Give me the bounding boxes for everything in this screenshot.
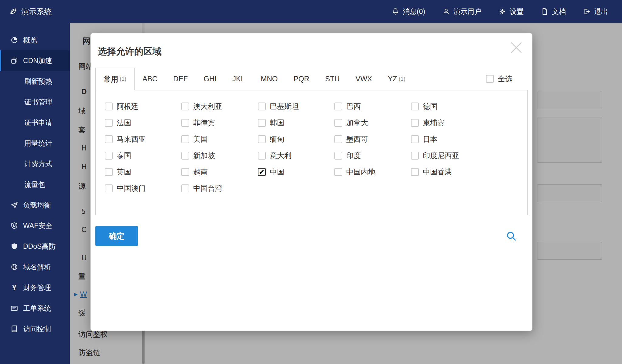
region-checkbox-item[interactable]: 马来西亚 bbox=[105, 134, 181, 144]
checkbox-unchecked[interactable] bbox=[334, 135, 342, 143]
sidebar-item-label: DDoS高防 bbox=[23, 242, 56, 251]
sidebar-item-waf[interactable]: WAF安全 bbox=[0, 215, 70, 236]
checkbox-unchecked[interactable] bbox=[334, 152, 342, 160]
region-checkbox-item[interactable]: 日本 bbox=[411, 134, 487, 144]
search-icon[interactable] bbox=[506, 231, 517, 241]
checkbox-unchecked[interactable] bbox=[105, 119, 113, 127]
region-checkbox-item[interactable]: 中国澳门 bbox=[105, 184, 181, 193]
region-checkbox-item[interactable]: 泰国 bbox=[105, 151, 181, 160]
tab-DEF[interactable]: DEF bbox=[165, 68, 196, 90]
sidebar-item-label: WAF安全 bbox=[23, 221, 52, 231]
checkbox-unchecked[interactable] bbox=[258, 103, 266, 110]
region-checkbox-item[interactable]: 越南 bbox=[181, 167, 258, 177]
region-checkbox-item[interactable]: 新加坡 bbox=[181, 151, 258, 160]
checkbox-unchecked[interactable] bbox=[334, 168, 342, 176]
checkbox-unchecked[interactable] bbox=[334, 119, 342, 127]
checkbox-unchecked[interactable] bbox=[411, 168, 419, 176]
tab-JKL[interactable]: JKL bbox=[224, 68, 253, 90]
tab-VWX[interactable]: VWX bbox=[347, 68, 380, 90]
checkbox-unchecked[interactable] bbox=[105, 152, 113, 160]
region-checkbox-item[interactable]: 印度尼西亚 bbox=[411, 151, 487, 160]
region-checkbox-item[interactable]: 美国 bbox=[181, 134, 258, 144]
logout-button[interactable]: 退出 bbox=[583, 7, 608, 16]
checkbox-unchecked[interactable] bbox=[105, 168, 113, 176]
sidebar-item-cdn[interactable]: CDN加速 bbox=[0, 50, 70, 71]
checkbox-unchecked[interactable] bbox=[181, 103, 189, 110]
region-checkbox-item[interactable]: 澳大利亚 bbox=[181, 102, 258, 111]
region-label: 英国 bbox=[117, 167, 131, 177]
checkbox-unchecked[interactable] bbox=[258, 119, 266, 127]
select-all-checkbox[interactable] bbox=[486, 75, 494, 83]
region-label: 柬埔寨 bbox=[423, 118, 445, 128]
checkbox-unchecked[interactable] bbox=[411, 135, 419, 143]
region-checkbox-item[interactable]: 中国台湾 bbox=[181, 184, 258, 193]
user-menu-button[interactable]: 演示用户 bbox=[442, 7, 481, 16]
region-checkbox-item[interactable]: 巴基斯坦 bbox=[258, 102, 334, 111]
region-checkbox-item[interactable]: 法国 bbox=[105, 118, 181, 128]
confirm-button[interactable]: 确定 bbox=[95, 226, 138, 246]
docs-button[interactable]: 文档 bbox=[541, 7, 566, 16]
region-checkbox-item[interactable]: 墨西哥 bbox=[334, 134, 411, 144]
close-icon[interactable] bbox=[509, 41, 523, 55]
checkbox-unchecked[interactable] bbox=[181, 168, 189, 176]
tab-YZ[interactable]: YZ(1) bbox=[380, 68, 413, 90]
region-checkbox-item[interactable]: 阿根廷 bbox=[105, 102, 181, 111]
tab-MNO[interactable]: MNO bbox=[253, 68, 285, 90]
region-checkbox-item[interactable]: ✔中国 bbox=[258, 167, 334, 177]
region-checkbox-item[interactable]: 德国 bbox=[411, 102, 487, 111]
sidebar-item-billing[interactable]: 计费方式 bbox=[0, 153, 70, 174]
region-label: 缅甸 bbox=[270, 134, 284, 144]
region-checkbox-item[interactable]: 中国香港 bbox=[411, 167, 487, 177]
region-checkbox-item[interactable]: 菲律宾 bbox=[181, 118, 258, 128]
checkbox-unchecked[interactable] bbox=[258, 135, 266, 143]
sidebar-item-ddos[interactable]: DDoS高防 bbox=[0, 236, 70, 257]
sidebar-item-refresh-preheat[interactable]: 刷新预热 bbox=[0, 71, 70, 92]
checkbox-unchecked[interactable] bbox=[411, 152, 419, 160]
sidebar-item-finance[interactable]: ¥ 财务管理 bbox=[0, 277, 70, 298]
region-label: 印度尼西亚 bbox=[423, 151, 459, 160]
settings-button[interactable]: 设置 bbox=[498, 7, 524, 16]
sidebar-item-loadbalance[interactable]: 负载均衡 bbox=[0, 195, 70, 215]
waf-shield-icon bbox=[10, 222, 18, 230]
checkbox-unchecked[interactable] bbox=[411, 103, 419, 110]
sidebar-item-overview[interactable]: 概览 bbox=[0, 30, 70, 50]
region-checkbox-item[interactable]: 柬埔寨 bbox=[411, 118, 487, 128]
tab-常用[interactable]: 常用(1) bbox=[95, 68, 135, 90]
sidebar-item-label: 概览 bbox=[23, 35, 37, 45]
checkbox-unchecked[interactable] bbox=[105, 103, 113, 110]
region-checkbox-item[interactable]: 韩国 bbox=[258, 118, 334, 128]
ddos-shield-icon bbox=[10, 242, 18, 250]
sidebar-item-traffic-pack[interactable]: 流量包 bbox=[0, 174, 70, 195]
region-checkbox-item[interactable]: 中国内地 bbox=[334, 167, 411, 177]
checkbox-unchecked[interactable] bbox=[411, 119, 419, 127]
sidebar-item-tickets[interactable]: 工单系统 bbox=[0, 298, 70, 318]
region-checkbox-item[interactable]: 印度 bbox=[334, 151, 411, 160]
tab-STU[interactable]: STU bbox=[317, 68, 347, 90]
tab-ABC[interactable]: ABC bbox=[135, 68, 165, 90]
sidebar-item-access-control[interactable]: 访问控制 bbox=[0, 318, 70, 339]
select-all-toggle[interactable]: 全选 bbox=[486, 68, 512, 90]
checkbox-unchecked[interactable] bbox=[105, 184, 113, 192]
checkbox-unchecked[interactable] bbox=[181, 184, 189, 192]
region-checkbox-item[interactable]: 意大利 bbox=[258, 151, 334, 160]
tab-GHI[interactable]: GHI bbox=[196, 68, 224, 90]
messages-button[interactable]: 消息(0) bbox=[391, 7, 425, 16]
region-checkbox-item[interactable]: 英国 bbox=[105, 167, 181, 177]
checkbox-unchecked[interactable] bbox=[105, 135, 113, 143]
checkbox-unchecked[interactable] bbox=[181, 119, 189, 127]
sidebar-item-usage-stats[interactable]: 用量统计 bbox=[0, 133, 70, 153]
checkbox-unchecked[interactable] bbox=[334, 103, 342, 110]
region-checkbox-item[interactable]: 巴西 bbox=[334, 102, 411, 111]
checkbox-unchecked[interactable] bbox=[181, 152, 189, 160]
region-checkbox-item[interactable]: 加拿大 bbox=[334, 118, 411, 128]
tab-PQR[interactable]: PQR bbox=[285, 68, 317, 90]
sidebar-item-dns[interactable]: 域名解析 bbox=[0, 257, 70, 277]
checkbox-unchecked[interactable] bbox=[181, 135, 189, 143]
sidebar-item-cert-apply[interactable]: 证书申请 bbox=[0, 112, 70, 133]
sidebar-item-cert-manage[interactable]: 证书管理 bbox=[0, 92, 70, 112]
checkbox-unchecked[interactable] bbox=[258, 152, 266, 160]
sidebar-item-label: 用量统计 bbox=[24, 139, 52, 148]
checkbox-checked[interactable]: ✔ bbox=[258, 168, 266, 176]
region-checkbox-item[interactable]: 缅甸 bbox=[258, 134, 334, 144]
region-select-dialog: 选择允许的区域 常用(1)ABCDEFGHIJKLMNOPQRSTUVWXYZ(… bbox=[91, 33, 532, 331]
